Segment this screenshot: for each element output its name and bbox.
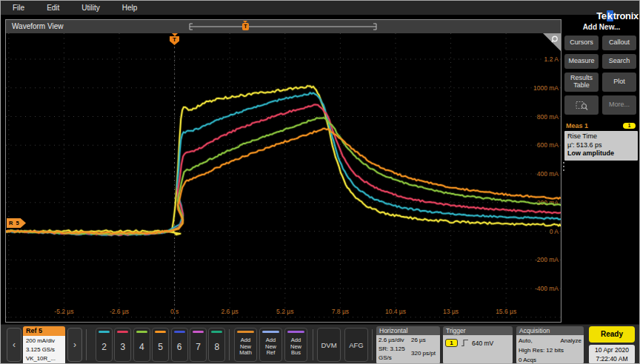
horizontal-panel-title: Horizontal [376, 326, 440, 335]
right-sidebar: Tektronix Add New... CursorsCalloutMeasu… [562, 15, 640, 324]
ref5-channel-settings: 200 mA/div3.125 GS/sVK_10R_... [23, 336, 65, 364]
plot-button[interactable]: Plot [602, 73, 636, 92]
acquisition-mode: Auto, [519, 336, 533, 346]
channel-number: 6 [172, 333, 187, 361]
horizontal-row: 2.6 µs/div26 µs [379, 336, 438, 345]
add-new-math-button[interactable]: Add New Math [234, 328, 257, 362]
measure-button[interactable]: Measure [564, 54, 599, 69]
channel-7-button[interactable]: 7 [190, 328, 207, 362]
ref5-setting-line: 3.125 GS/s [26, 346, 65, 354]
oscilloscope-app: FileEditUtilityHelp Waveform View T 1.2 … [0, 0, 640, 364]
record-view-bar[interactable]: T [188, 21, 378, 32]
cursors-button[interactable]: Cursors [564, 36, 599, 50]
search-zoom-button[interactable] [564, 95, 599, 115]
trace-yellow [6, 86, 561, 235]
acquisition-panel[interactable]: Acquisition Auto, Analyze High Res: 12 b… [516, 326, 584, 364]
trace-orange [6, 129, 561, 234]
meas1-results: Rise Timeµ': 513.6 psLow amplitude [564, 131, 638, 161]
horizontal-value: 2.6 µs/div [379, 336, 411, 345]
acquisition-count: 0 Acqs [519, 355, 581, 364]
divider [229, 329, 230, 360]
divider [372, 329, 373, 360]
menu-edit[interactable]: Edit [47, 4, 59, 12]
channel-number: 8 [209, 333, 224, 361]
waveform-traces [6, 33, 561, 322]
channel-6-button[interactable]: 6 [171, 328, 188, 362]
acquisition-resolution: High Res: 12 bits [519, 346, 581, 355]
waveform-view-panel: Waveform View T 1.2 A1000 mA800 mA600 mA… [5, 19, 561, 323]
meas1-line: Rise Time [567, 132, 635, 141]
horizontal-value: 320 ps/pt [411, 345, 438, 363]
bottom-settings-bar: ‹ Ref 5 200 mA/div3.125 GS/sVK_10R_... ›… [1, 324, 640, 364]
meas1-line: Low amplitude [567, 149, 635, 158]
channel-number: 3 [115, 333, 130, 361]
search-button[interactable]: Search [602, 54, 636, 69]
datetime-display: 10 Apr 2020 7:22:40 AM [589, 345, 635, 364]
menu-file[interactable]: File [13, 4, 24, 12]
horizontal-row: SR: 3.125 GS/s320 ps/pt [379, 345, 438, 363]
date-text: 10 Apr 2020 [589, 346, 635, 354]
more--button[interactable]: More... [602, 95, 636, 115]
add-new-label: Add New Bus [285, 333, 307, 361]
channel-5-button[interactable]: 5 [152, 328, 169, 362]
trigger-panel[interactable]: Trigger 1 640 mV [443, 326, 513, 364]
results-table-button[interactable]: Results Table [564, 73, 599, 92]
ref5-channel-badge[interactable]: Ref 5 200 mA/div3.125 GS/sVK_10R_... [23, 326, 65, 364]
record-view-bracket [188, 21, 378, 32]
channel-4-button[interactable]: 4 [133, 328, 150, 362]
horizontal-panel-values: 2.6 µs/div26 µsSR: 3.125 GS/s320 ps/ptRL… [376, 335, 440, 364]
dvm-button[interactable]: DVM [317, 328, 341, 362]
menu-bar: FileEditUtilityHelp [1, 1, 640, 15]
divider [313, 329, 313, 360]
ref5-setting-line: 200 mA/div [26, 337, 65, 346]
ref5-setting-line: VK_10R_... [26, 354, 65, 363]
add-new-ref-button[interactable]: Add New Ref [259, 328, 282, 362]
trace-green [6, 118, 561, 235]
channel-2-button[interactable]: 2 [96, 328, 113, 362]
add-new-label: Add New Math [235, 333, 256, 361]
search-zoom-icon [576, 100, 588, 111]
trace-yellow [6, 86, 561, 235]
waveform-view-title: Waveform View [12, 22, 63, 30]
meas1-line: µ': 513.6 ps [567, 141, 635, 150]
time-text: 7:22:40 AM [589, 354, 635, 363]
afg-button[interactable]: AFG [344, 328, 368, 362]
trace-orange [6, 129, 561, 234]
scroll-left-button[interactable]: ‹ [7, 328, 21, 362]
ready-status-button[interactable]: Ready [589, 326, 635, 343]
acquisition-panel-title: Acquisition [516, 326, 584, 335]
record-trigger-arrow-icon [243, 21, 247, 23]
waveform-view-titlebar: Waveform View T [6, 20, 561, 33]
add-new-button-grid: CursorsCalloutMeasureSearchResults Table… [564, 36, 640, 115]
meas1-badge[interactable]: Meas 1 1 Rise Timeµ': 513.6 psLow amplit… [564, 121, 638, 161]
channel-number: 5 [153, 333, 168, 361]
channel-3-button[interactable]: 3 [114, 328, 131, 362]
channel-8-button[interactable]: 8 [208, 328, 225, 362]
channel-number: 2 [96, 333, 112, 361]
add-new-label: Add New Ref [260, 333, 281, 361]
acquisition-analyze: Analyze [561, 336, 581, 346]
ref5-channel-title: Ref 5 [23, 326, 65, 336]
trigger-position-marker[interactable]: T [170, 33, 179, 47]
add-new-bus-button[interactable]: Add New Bus [284, 328, 307, 362]
callout-button[interactable]: Callout [602, 36, 636, 50]
rising-edge-icon [461, 339, 469, 347]
trigger-level: 640 mV [472, 340, 493, 347]
menu-help[interactable]: Help [122, 4, 138, 12]
scroll-right-button[interactable]: › [67, 328, 82, 362]
record-trigger-marker[interactable]: T [242, 23, 249, 30]
meas1-source-badge: 1 [623, 123, 636, 129]
waveform-plot[interactable]: 1.2 A1000 mA800 mA600 mA400 mA200 mA0 A-… [6, 33, 561, 322]
tektronix-logo: Tektronix [596, 10, 639, 21]
channel-number: 7 [190, 333, 206, 361]
divider [86, 329, 87, 360]
horizontal-value: 26 µs [411, 336, 438, 345]
channel-number: 4 [134, 333, 150, 361]
trigger-arrow-icon [172, 33, 178, 36]
menu-utility[interactable]: Utility [81, 4, 99, 12]
horizontal-value: SR: 3.125 GS/s [379, 345, 411, 363]
horizontal-panel[interactable]: Horizontal 2.6 µs/div26 µsSR: 3.125 GS/s… [376, 326, 440, 364]
trigger-panel-title: Trigger [443, 326, 513, 335]
trace-green [6, 118, 561, 235]
panel-splitter-handle[interactable] [563, 162, 564, 171]
